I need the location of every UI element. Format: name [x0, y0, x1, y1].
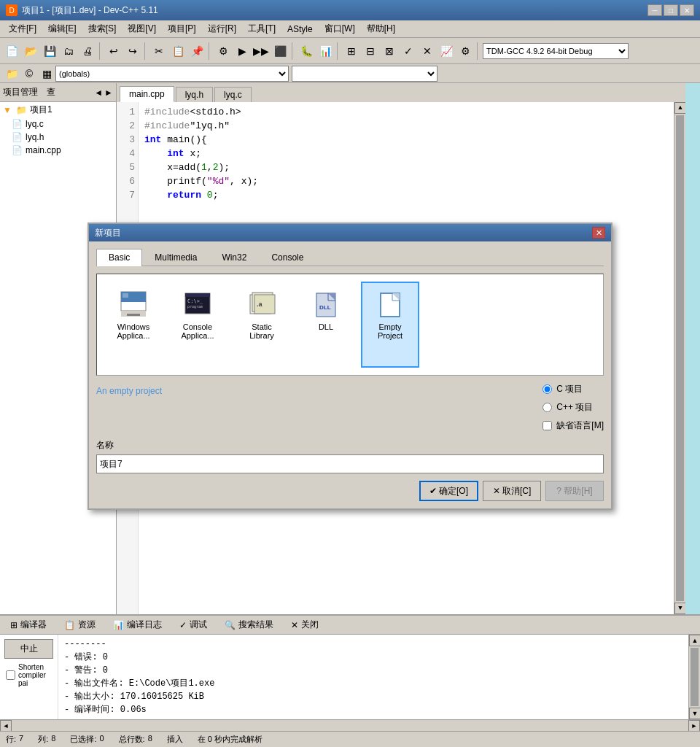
help-button[interactable]: ? 帮助[H]: [545, 481, 604, 501]
editor-scrollbar[interactable]: ▲ ▼: [674, 102, 685, 614]
tab-main-cpp[interactable]: main.cpp: [120, 86, 174, 102]
nav-prev-button[interactable]: ◄: [94, 88, 103, 98]
project-type-options: C 项目 C++ 项目 缺省语言[M]: [542, 383, 604, 432]
code-line-6: printf("%d", x);: [144, 174, 668, 188]
menu-run[interactable]: 运行[R]: [202, 21, 242, 36]
cancel-button[interactable]: ✕ 取消[C]: [483, 481, 541, 501]
layout-button[interactable]: ⊟: [362, 42, 379, 60]
menu-view[interactable]: 视图[V]: [122, 21, 162, 36]
output-h-scrollbar[interactable]: ◄ ►: [0, 719, 700, 731]
menu-window[interactable]: 窗口[W]: [319, 21, 361, 36]
query-tab[interactable]: 查: [44, 86, 58, 98]
chart-button[interactable]: 📈: [438, 42, 455, 60]
scroll-down[interactable]: ▼: [674, 603, 685, 614]
new-button[interactable]: 📄: [3, 42, 20, 60]
menu-search[interactable]: 搜索[S]: [82, 21, 122, 36]
status-bar: 行: 7 列: 8 已选择: 0 总行数: 8 插入 在 0 秒内完成解析: [0, 731, 700, 747]
title-bar: D 项目1 - [项目1.dev] - Dev-C++ 5.11 ─ □ ✕: [0, 0, 700, 20]
tab-lyq-h[interactable]: lyq.h: [176, 87, 213, 102]
tree-file-lyq-h[interactable]: 📄 lyq.h: [0, 131, 116, 144]
right-panel: [685, 83, 700, 614]
maximize-button[interactable]: □: [664, 4, 678, 16]
close-button[interactable]: ✕: [680, 4, 694, 16]
code-line-5: x=add(1,2);: [144, 160, 668, 174]
dlg-tab-win32[interactable]: Win32: [209, 249, 259, 266]
save-button[interactable]: 💾: [41, 42, 58, 60]
output-scroll-up[interactable]: ▲: [689, 635, 700, 646]
menu-project[interactable]: 项目[P]: [162, 21, 202, 36]
status-insert: 插入: [167, 734, 183, 745]
bot-tab-search[interactable]: 🔍 搜索结果: [217, 617, 281, 632]
output-line-1: --------: [64, 638, 682, 651]
tab-lyq-c[interactable]: lyq.c: [214, 87, 252, 102]
bot-tab-resources[interactable]: 📋 资源: [57, 617, 103, 632]
code-line-7: return 0;: [144, 188, 668, 202]
project-name-input[interactable]: [96, 454, 604, 473]
grid-button[interactable]: ⊞: [343, 42, 360, 60]
compile-button[interactable]: ⚙: [214, 42, 232, 60]
close-tab-button[interactable]: ✕: [419, 42, 436, 60]
dlg-tab-multimedia[interactable]: Multimedia: [142, 249, 209, 266]
print-button[interactable]: 🖨: [79, 42, 96, 60]
proj-class-button[interactable]: ©: [20, 65, 38, 82]
check-button[interactable]: ✓: [400, 42, 417, 60]
dlg-tab-console[interactable]: Console: [259, 249, 316, 266]
compile-run-button[interactable]: ▶▶: [252, 42, 270, 60]
copy-button[interactable]: 📋: [169, 42, 187, 60]
bot-tab-debug[interactable]: ✓ 调试: [172, 617, 214, 632]
output-scroll-thumb[interactable]: [691, 648, 699, 706]
menu-edit[interactable]: 编辑[E]: [42, 21, 82, 36]
minimize-button[interactable]: ─: [648, 4, 662, 16]
globals-select[interactable]: (globals): [55, 66, 289, 82]
h-scroll-right[interactable]: ►: [688, 720, 700, 732]
debug-button[interactable]: 🐛: [298, 42, 315, 60]
stop-button[interactable]: ⬛: [271, 42, 289, 60]
project-type-console-app[interactable]: C:\>_ program ConsoleApplica...: [168, 282, 227, 368]
bot-tab-close[interactable]: ✕ 关闭: [284, 617, 326, 632]
scroll-up[interactable]: ▲: [674, 102, 685, 114]
stop-compile-button[interactable]: 中止: [4, 639, 53, 659]
undo-button[interactable]: ↩: [105, 42, 122, 60]
radio-c-project: C 项目: [542, 383, 604, 395]
settings-button[interactable]: ⚙: [456, 42, 474, 60]
radio-c-input[interactable]: [542, 384, 552, 394]
menu-help[interactable]: 帮助[H]: [361, 21, 401, 36]
compiler-select[interactable]: TDM-GCC 4.9.2 64-bit Debug: [483, 43, 629, 59]
menu-astyle[interactable]: AStyle: [281, 23, 319, 36]
open-button[interactable]: 📂: [22, 42, 39, 60]
scroll-thumb[interactable]: [676, 115, 684, 601]
save-all-button[interactable]: 🗂: [60, 42, 77, 60]
layout2-button[interactable]: ⊠: [381, 42, 398, 60]
confirm-button[interactable]: ✔ 确定[O]: [419, 481, 478, 501]
profile-button[interactable]: 📊: [316, 42, 334, 60]
h-scroll-left[interactable]: ◄: [0, 720, 12, 732]
nav-next-button[interactable]: ►: [104, 88, 113, 98]
project-type-static-lib[interactable]: .a StaticLibrary: [233, 282, 291, 368]
project-type-windows-app[interactable]: WindowsApplica...: [104, 282, 163, 368]
project-management-tab[interactable]: 项目管理: [3, 86, 38, 98]
project-root-item[interactable]: ▼ 📁 项目1: [0, 102, 116, 117]
tree-file-main-cpp[interactable]: 📄 main.cpp: [0, 144, 116, 157]
toolbar-separator-4: [292, 42, 295, 60]
menu-file[interactable]: 文件[F]: [3, 21, 42, 36]
cut-button[interactable]: ✂: [150, 42, 168, 60]
proj-debug-button[interactable]: ▦: [38, 65, 55, 82]
dlg-tab-basic[interactable]: Basic: [96, 249, 142, 266]
paste-button[interactable]: 📌: [188, 42, 206, 60]
run-button[interactable]: ▶: [233, 42, 251, 60]
proj-new-button[interactable]: 📁: [3, 65, 20, 82]
menu-tools[interactable]: 工具[T]: [242, 21, 281, 36]
project-type-empty[interactable]: EmptyProject: [361, 282, 419, 368]
project-type-dll[interactable]: DLL DLL: [297, 282, 355, 368]
shorten-checkbox[interactable]: [6, 670, 15, 680]
bot-tab-compile-log[interactable]: 📊 编译日志: [106, 617, 169, 632]
default-lang-checkbox[interactable]: [542, 421, 552, 430]
bot-tab-compiler[interactable]: ⊞ 编译器: [3, 617, 54, 632]
scope-select[interactable]: [292, 66, 438, 82]
radio-cpp-input[interactable]: [542, 403, 552, 412]
dialog-close-button[interactable]: ✕: [592, 227, 605, 239]
output-scroll-down[interactable]: ▼: [689, 708, 700, 719]
redo-button[interactable]: ↪: [124, 42, 141, 60]
output-scrollbar[interactable]: ▲ ▼: [688, 635, 700, 719]
tree-file-lyq-c[interactable]: 📄 lyq.c: [0, 117, 116, 131]
